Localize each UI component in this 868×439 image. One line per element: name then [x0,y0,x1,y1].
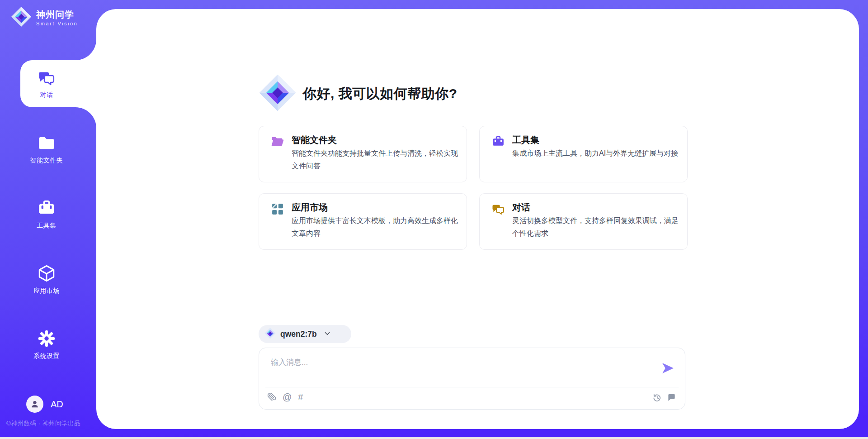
apps-grid-icon [271,202,284,218]
send-icon [662,363,674,374]
chat-icon [38,69,56,87]
person-icon [30,399,40,409]
sidebar-item-label: 对话 [40,91,53,99]
chat-icon [491,202,505,218]
model-diamond-icon [264,328,276,341]
send-button[interactable] [662,363,674,374]
history-icon[interactable] [652,393,661,402]
tab-curve-top [75,38,96,60]
message-composer: @ # [259,348,685,410]
sidebar-item-label: 工具集 [37,222,57,230]
avatar [26,396,43,413]
toolbox-icon [37,199,56,218]
hash-icon[interactable]: # [298,392,303,401]
card-smart-folder[interactable]: 智能文件夹 智能文件夹功能支持批量文件上传与清洗，轻松实现文件问答 [259,126,467,182]
card-description: 灵活切换多模型文件，支持多样回复效果调试，满足个性化需求 [512,215,680,240]
sidebar-item-settings[interactable]: 系统设置 [1,321,92,368]
card-title: 对话 [512,201,530,214]
sidebar-item-toolset[interactable]: 工具集 [1,191,92,238]
card-description: 应用市场提供丰富长文本模板，助力高效生成多样化文章内容 [292,215,460,240]
app-root: 神州问学 Smart Vision 对话 智能文件夹 [0,0,868,439]
sidebar-item-label: 系统设置 [33,352,60,360]
folder-icon [37,134,57,153]
user-profile[interactable]: AD [26,396,63,413]
greeting-row: 你好, 我可以如何帮助你? [259,74,458,114]
desktop-edge-strip [0,437,868,439]
brand-diamond-icon [11,6,32,29]
message-input[interactable] [270,356,660,384]
card-chat[interactable]: 对话 灵活切换多模型文件，支持多样回复效果调试，满足个性化需求 [479,193,688,250]
sidebar-item-app-market[interactable]: 应用市场 [1,256,92,303]
card-toolset[interactable]: 工具集 集成市场上主流工具，助力AI与外界无缝扩展与对接 [479,126,688,182]
feature-cards: 智能文件夹 智能文件夹功能支持批量文件上传与清洗，轻松实现文件问答 工具集 集成… [259,126,688,250]
card-title: 工具集 [512,134,539,146]
card-app-market[interactable]: 应用市场 应用市场提供丰富长文本模板，助力高效生成多样化文章内容 [259,193,467,250]
assistant-diamond-icon [259,74,297,114]
model-name: qwen2:7b [280,329,317,339]
card-description: 集成市场上主流工具，助力AI与外界无缝扩展与对接 [512,147,680,160]
main-panel: 你好, 我可以如何帮助你? 智能文件夹 智能文件夹功能支持批量文件上传与清洗，轻… [96,9,859,429]
greeting-title: 你好, 我可以如何帮助你? [303,85,458,103]
card-title: 应用市场 [292,201,328,214]
composer-divider [265,387,679,387]
model-selector[interactable]: qwen2:7b [259,325,351,343]
user-name: AD [51,399,63,410]
cube-icon [37,264,56,283]
footer-copyright: ©神州数码 · 神州问学出品 [6,420,80,428]
sidebar-item-smart-folder[interactable]: 智能文件夹 [1,125,92,172]
sidebar-item-label: 智能文件夹 [30,157,63,165]
feedback-icon[interactable] [667,393,676,402]
open-folder-icon [271,135,284,150]
brand-subtitle: Smart Vision [36,21,78,26]
brand-logo-row: 神州问学 Smart Vision [11,6,78,29]
sidebar-item-chat[interactable]: 对话 [1,60,92,107]
mention-icon[interactable]: @ [283,392,292,401]
chevron-down-icon [323,329,331,339]
attachment-icon[interactable] [267,392,276,401]
card-title: 智能文件夹 [292,134,337,146]
brand-name: 神州问学 [36,10,78,19]
gear-icon [37,329,56,348]
briefcase-icon [491,135,505,150]
card-description: 智能文件夹功能支持批量文件上传与清洗，轻松实现文件问答 [292,147,460,172]
sidebar-item-label: 应用市场 [33,287,60,295]
